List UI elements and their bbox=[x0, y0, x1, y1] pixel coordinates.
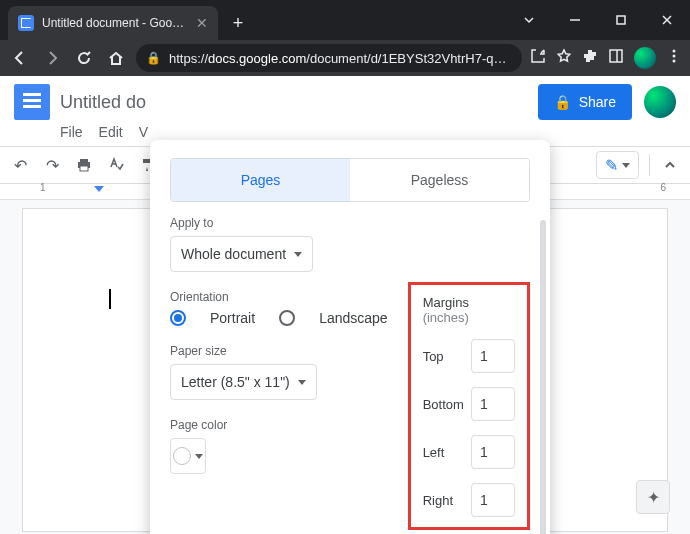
reload-button[interactable] bbox=[72, 46, 96, 70]
window-close-button[interactable] bbox=[644, 0, 690, 40]
svg-point-2 bbox=[673, 50, 676, 53]
paper-size-label: Paper size bbox=[170, 344, 388, 358]
docs-logo[interactable] bbox=[14, 84, 50, 120]
page-color-label: Page color bbox=[170, 418, 388, 432]
side-panel-icon[interactable] bbox=[608, 48, 624, 68]
chevron-down-icon[interactable] bbox=[506, 0, 552, 40]
caret-down-icon bbox=[195, 454, 203, 459]
menu-file[interactable]: File bbox=[60, 124, 83, 140]
address-bar[interactable]: 🔒 https://docs.google.com/document/d/1EB… bbox=[136, 44, 522, 72]
orientation-label: Orientation bbox=[170, 290, 388, 304]
back-button[interactable] bbox=[8, 46, 32, 70]
svg-rect-7 bbox=[80, 166, 88, 171]
svg-point-3 bbox=[673, 55, 676, 58]
svg-point-4 bbox=[673, 60, 676, 63]
browser-titlebar: Untitled document - Google Do… ✕ + bbox=[0, 0, 690, 40]
editing-mode-button[interactable]: ✎ bbox=[596, 151, 639, 179]
tab-title: Untitled document - Google Do… bbox=[42, 16, 188, 30]
menu-edit[interactable]: Edit bbox=[99, 124, 123, 140]
browser-tab[interactable]: Untitled document - Google Do… ✕ bbox=[8, 6, 218, 40]
caret-down-icon bbox=[294, 252, 302, 257]
chrome-menu-icon[interactable] bbox=[666, 48, 682, 68]
margin-bottom-label: Bottom bbox=[423, 397, 464, 412]
left-indent-marker[interactable] bbox=[94, 186, 104, 192]
account-avatar[interactable] bbox=[644, 86, 676, 118]
window-maximize-button[interactable] bbox=[598, 0, 644, 40]
share-button[interactable]: 🔒 Share bbox=[538, 84, 632, 120]
redo-icon[interactable]: ↷ bbox=[42, 155, 62, 175]
margins-label: Margins (inches) bbox=[423, 295, 515, 325]
spellcheck-icon[interactable] bbox=[106, 155, 126, 175]
page-setup-dialog: Pages Pageless Apply to Whole document O… bbox=[150, 140, 550, 534]
paper-size-dropdown[interactable]: Letter (8.5" x 11") bbox=[170, 364, 317, 400]
docs-favicon bbox=[18, 15, 34, 31]
print-icon[interactable] bbox=[74, 155, 94, 175]
text-cursor bbox=[109, 289, 111, 309]
new-tab-button[interactable]: + bbox=[224, 9, 252, 37]
tab-pageless[interactable]: Pageless bbox=[350, 159, 529, 201]
forward-button bbox=[40, 46, 64, 70]
share-url-icon[interactable] bbox=[530, 48, 546, 68]
page-color-picker[interactable] bbox=[170, 438, 206, 474]
chevron-up-icon[interactable] bbox=[660, 155, 680, 175]
margin-left-input[interactable] bbox=[471, 435, 515, 469]
svg-rect-0 bbox=[617, 16, 625, 24]
margin-top-label: Top bbox=[423, 349, 444, 364]
browser-toolbar: 🔒 https://docs.google.com/document/d/1EB… bbox=[0, 40, 690, 76]
lock-icon: 🔒 bbox=[146, 51, 161, 65]
menu-view[interactable]: V bbox=[139, 124, 148, 140]
caret-down-icon bbox=[298, 380, 306, 385]
svg-rect-1 bbox=[610, 50, 622, 62]
close-tab-icon[interactable]: ✕ bbox=[196, 15, 208, 31]
margin-top-input[interactable] bbox=[471, 339, 515, 373]
explore-button[interactable]: ✦ bbox=[636, 480, 670, 514]
pencil-icon: ✎ bbox=[605, 156, 618, 175]
apply-to-dropdown[interactable]: Whole document bbox=[170, 236, 313, 272]
extensions-icon[interactable] bbox=[582, 48, 598, 68]
profile-avatar[interactable] bbox=[634, 47, 656, 69]
color-swatch-white bbox=[173, 447, 191, 465]
margin-left-label: Left bbox=[423, 445, 445, 460]
svg-rect-5 bbox=[80, 159, 88, 162]
home-button[interactable] bbox=[104, 46, 128, 70]
caret-down-icon bbox=[622, 163, 630, 168]
radio-portrait[interactable] bbox=[170, 310, 186, 326]
lock-icon: 🔒 bbox=[554, 94, 571, 110]
radio-landscape[interactable] bbox=[279, 310, 295, 326]
window-minimize-button[interactable] bbox=[552, 0, 598, 40]
document-title[interactable]: Untitled do bbox=[60, 92, 146, 113]
dialog-scrollbar[interactable] bbox=[540, 220, 546, 534]
margin-right-input[interactable] bbox=[471, 483, 515, 517]
margin-right-label: Right bbox=[423, 493, 453, 508]
undo-icon[interactable]: ↶ bbox=[10, 155, 30, 175]
margin-bottom-input[interactable] bbox=[471, 387, 515, 421]
apply-to-label: Apply to bbox=[170, 216, 530, 230]
tab-pages[interactable]: Pages bbox=[171, 159, 350, 201]
url-text: https://docs.google.com/document/d/1EBYS… bbox=[169, 51, 506, 66]
margins-highlight-box: Margins (inches) Top Bottom Left Right bbox=[408, 282, 530, 530]
bookmark-star-icon[interactable] bbox=[556, 48, 572, 68]
